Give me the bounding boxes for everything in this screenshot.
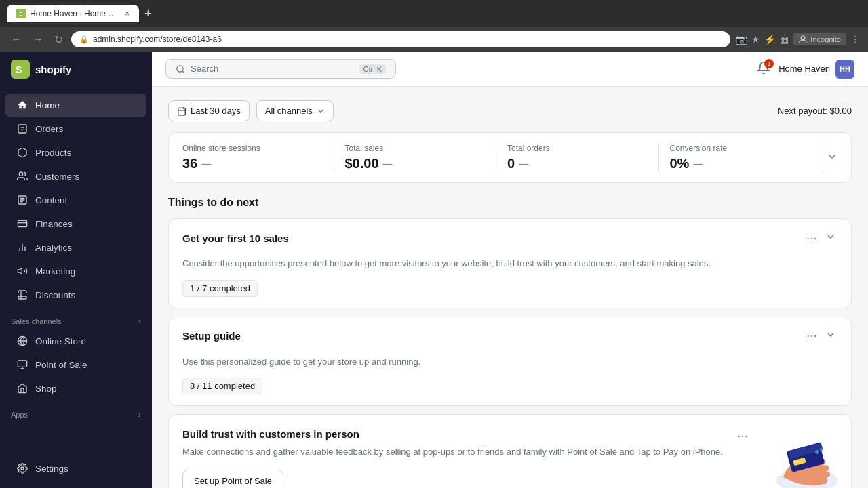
main-content: Last 30 days All channels Next payout: $… (152, 87, 868, 488)
tab-close-btn[interactable]: × (125, 9, 130, 18)
things-to-do-title: Things to do next (168, 197, 852, 209)
chevron-down-icon (317, 107, 325, 115)
task-card-setup-collapse-btn[interactable] (824, 328, 837, 344)
forward-btn[interactable]: → (30, 32, 46, 47)
sidebar-item-content[interactable]: Content (5, 188, 146, 211)
sidebar-item-shop[interactable]: Shop (5, 377, 146, 400)
stat-sales: Total sales $0.00 — (334, 144, 497, 171)
sidebar-item-discounts[interactable]: Discounts (5, 283, 146, 306)
sidebar-pos-label: Point of Sale (35, 360, 87, 370)
apps-expand-icon[interactable]: › (138, 410, 141, 420)
store-badge[interactable]: Home Haven HH (778, 60, 854, 79)
address-bar[interactable]: 🔒 admin.shopify.com/store/de8143-a6 (71, 31, 730, 47)
trust-card-illustration (770, 426, 844, 488)
sidebar-products-label: Products (35, 148, 71, 158)
sidebar-customers-label: Customers (35, 171, 79, 182)
sidebar-item-pos[interactable]: Point of Sale (5, 353, 146, 376)
camera-icon[interactable]: 📷 (736, 34, 747, 45)
topbar-right: 1 Home Haven HH (757, 60, 854, 79)
sidebar-item-products[interactable]: Products (5, 141, 146, 164)
browser-tab[interactable]: S Home Haven · Home · Shopify × (7, 5, 139, 22)
shop-icon (16, 382, 28, 394)
svg-rect-15 (178, 108, 186, 115)
products-icon (16, 146, 28, 159)
date-filter-btn[interactable]: Last 30 days (168, 100, 250, 121)
setup-pos-btn[interactable]: Set up Point of Sale (182, 470, 283, 489)
task-card-setup-actions: ⋯ (805, 328, 837, 344)
star-icon[interactable]: ★ (751, 34, 760, 45)
task-card-sales-collapse-btn[interactable] (824, 230, 837, 246)
tab-favicon: S (16, 9, 26, 18)
sidebar-item-marketing[interactable]: Marketing (5, 260, 146, 283)
sidebar-toggle-icon[interactable]: ▦ (780, 34, 789, 45)
orders-icon (16, 123, 28, 135)
search-placeholder: Search (191, 64, 218, 74)
sales-channels-expand-icon[interactable]: › (138, 317, 141, 326)
stat-orders-label: Total orders (507, 144, 648, 153)
task-card-sales: Get your first 10 sales ⋯ Consider the o… (168, 218, 852, 308)
svg-point-14 (177, 65, 183, 71)
payout-info: Next payout: $0.00 (778, 106, 852, 116)
channel-filter-btn[interactable]: All channels (256, 100, 334, 121)
sidebar-item-customers[interactable]: Customers (5, 165, 146, 188)
sidebar-item-home[interactable]: Home (5, 94, 146, 117)
discounts-icon (16, 289, 28, 301)
sidebar-item-settings[interactable]: Settings (5, 457, 146, 480)
trust-card: Build trust with customers in person ⋯ M… (168, 414, 852, 488)
sales-channels-section-header: Sales channels › (0, 307, 152, 329)
stat-sales-label: Total sales (345, 144, 486, 153)
sidebar-footer: Settings (0, 449, 152, 488)
task-card-setup-more-btn[interactable]: ⋯ (805, 328, 818, 344)
stat-sessions: Online store sessions 36 — (182, 144, 334, 171)
stat-sales-value: $0.00 — (345, 156, 486, 171)
stats-card: Online store sessions 36 — Total sales $… (168, 132, 852, 183)
back-btn[interactable]: ← (8, 32, 24, 47)
task-card-setup-header: Setup guide ⋯ (169, 317, 851, 355)
refresh-btn[interactable]: ↻ (52, 32, 66, 47)
finances-icon (16, 218, 28, 230)
sidebar-online-store-label: Online Store (35, 336, 86, 346)
sidebar-item-finances[interactable]: Finances (5, 212, 146, 235)
sidebar-item-online-store[interactable]: Online Store (5, 329, 146, 352)
stats-expand-icon[interactable] (827, 151, 837, 165)
trust-card-title: Build trust with customers in person (182, 428, 359, 440)
trust-card-desc: Make connections and gather valuable fee… (182, 445, 749, 459)
app-layout: S shopify Home Orders (0, 52, 868, 488)
task-card-sales-actions: ⋯ (805, 230, 837, 246)
sidebar-shop-label: Shop (35, 384, 57, 394)
stat-conversion: Conversion rate 0% — (659, 144, 822, 171)
nav-bar: ← → ↻ 🔒 admin.shopify.com/store/de8143-a… (0, 27, 868, 52)
stat-orders-value: 0 — (507, 156, 648, 171)
sidebar-nav: Home Orders Products Custo (0, 87, 152, 449)
svg-rect-6 (18, 220, 26, 226)
trust-card-header-row: Build trust with customers in person ⋯ (182, 428, 749, 445)
trust-card-content: Build trust with customers in person ⋯ M… (169, 415, 763, 488)
notifications-btn[interactable]: 1 (757, 61, 770, 77)
svg-point-23 (815, 450, 819, 454)
search-bar[interactable]: Search Ctrl K (165, 59, 396, 79)
shopify-logo: S shopify (11, 60, 71, 79)
task-card-sales-more-btn[interactable]: ⋯ (805, 230, 818, 246)
incognito-btn[interactable]: Incognito (793, 33, 846, 45)
tab-title: Home Haven · Home · Shopify (30, 9, 118, 18)
task-card-setup-title: Setup guide (182, 330, 241, 342)
task-card-sales-desc: Consider the opportunities presented bel… (169, 257, 851, 277)
calendar-icon (177, 106, 186, 116)
menu-icon[interactable]: ⋮ (850, 34, 860, 45)
sidebar-discounts-label: Discounts (35, 290, 75, 300)
sidebar-orders-label: Orders (35, 124, 63, 134)
trust-card-more-btn[interactable]: ⋯ (736, 428, 749, 444)
task-card-setup-progress: 8 / 11 completed (182, 378, 262, 394)
pos-icon (16, 359, 28, 371)
sidebar-analytics-label: Analytics (35, 243, 72, 253)
sidebar-finances-label: Finances (35, 219, 73, 229)
new-tab-btn[interactable]: + (144, 7, 152, 21)
svg-rect-12 (18, 361, 26, 367)
nav-extras: 📷 ★ ⚡ ▦ Incognito ⋮ (736, 33, 860, 45)
extensions-icon[interactable]: ⚡ (764, 34, 776, 45)
topbar: Search Ctrl K 1 Home Haven HH (152, 52, 868, 87)
sidebar-item-orders[interactable]: Orders (5, 117, 146, 140)
marketing-icon (16, 265, 28, 277)
sidebar-item-analytics[interactable]: Analytics (5, 236, 146, 259)
browser-chrome: S Home Haven · Home · Shopify × + (0, 0, 868, 27)
